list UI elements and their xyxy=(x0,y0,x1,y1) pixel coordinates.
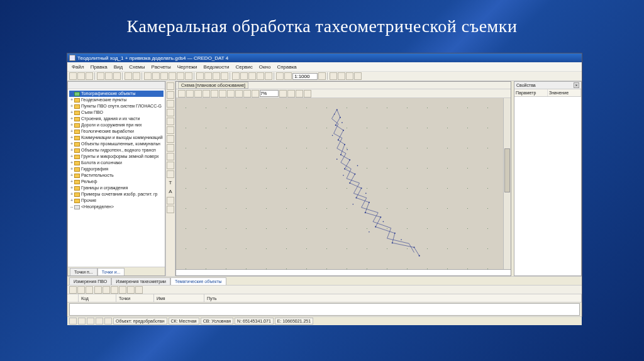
close-icon[interactable]: × xyxy=(574,82,579,88)
tree-item-1[interactable]: +Геодезические пункты xyxy=(69,97,164,103)
ctool-d[interactable] xyxy=(203,90,210,97)
ctool-n[interactable] xyxy=(304,90,311,97)
grid-col-blank[interactable] xyxy=(67,294,79,303)
tab-measurements-tacheo[interactable]: Измерения тахеометрии xyxy=(111,277,170,285)
sb-btn-e[interactable] xyxy=(104,318,112,325)
tree-item-14[interactable]: +Рельеф xyxy=(69,179,164,185)
btool-c[interactable] xyxy=(86,286,93,294)
grid-button[interactable] xyxy=(284,72,292,80)
tab-measurements-pvo[interactable]: Измерения ПВО xyxy=(69,277,111,285)
btool-f[interactable] xyxy=(111,286,118,294)
dropdown-button[interactable] xyxy=(318,72,326,80)
sb-btn-c[interactable] xyxy=(87,318,94,325)
ctool-l[interactable] xyxy=(287,90,295,97)
menu-3[interactable]: Схемы xyxy=(127,64,147,70)
text-tool[interactable]: T xyxy=(169,179,172,187)
undo-button[interactable] xyxy=(125,72,132,80)
vtool-h[interactable] xyxy=(167,162,174,169)
save-button[interactable] xyxy=(86,72,93,80)
menu-1[interactable]: Правка xyxy=(89,64,109,70)
btool-h[interactable] xyxy=(127,286,135,294)
tree-item-11[interactable]: +Болота и солончаки xyxy=(69,160,164,166)
tree-item-12[interactable]: +Гидрография xyxy=(69,166,164,172)
ctool-j[interactable] xyxy=(252,90,259,97)
vtool-f[interactable] xyxy=(167,144,174,152)
vtool-e[interactable] xyxy=(167,135,174,143)
info-button[interactable] xyxy=(167,82,174,90)
arc-tool[interactable]: A xyxy=(169,188,172,196)
ctool-k[interactable] xyxy=(279,90,287,97)
vertical-scrollbar[interactable] xyxy=(503,98,511,269)
ctool-m[interactable] xyxy=(296,90,303,97)
tree-item-3[interactable]: +Съем ПВО xyxy=(69,109,164,116)
vtool-d[interactable] xyxy=(167,126,174,134)
ctool-i[interactable] xyxy=(243,90,251,97)
cut-button[interactable] xyxy=(97,72,104,80)
canvas-tab-scheme[interactable]: Схема [плановое обоснование] xyxy=(178,82,248,89)
zoom-in-button[interactable] xyxy=(232,72,240,80)
menu-6[interactable]: Ведомости xyxy=(202,64,231,70)
tab-points-1[interactable]: Точки п... xyxy=(70,268,97,275)
object-tree[interactable]: -Топографические объекты+Геодезические п… xyxy=(68,89,165,267)
vtool-a[interactable] xyxy=(167,100,174,108)
misc2-button[interactable] xyxy=(338,72,345,80)
menu-2[interactable]: Вид xyxy=(112,64,125,70)
paste-button[interactable] xyxy=(113,72,121,80)
tree-item-2[interactable]: +Пункты ПВО спутн.систем ГЛОНАСС-G xyxy=(69,103,164,109)
sb-btn-b[interactable] xyxy=(78,318,86,325)
zoom-fit-button[interactable] xyxy=(248,72,256,80)
tree-item-6[interactable]: +Геологические выработки xyxy=(69,128,164,135)
zoom-out-button[interactable] xyxy=(240,72,248,80)
tool-d-button[interactable] xyxy=(169,72,176,80)
tree-item-8[interactable]: +Объекты промышленные, коммунальн xyxy=(69,141,164,147)
tool-b-button[interactable] xyxy=(152,72,160,80)
tool-j-button[interactable] xyxy=(221,72,228,80)
pan-button[interactable] xyxy=(257,72,264,80)
btool-e[interactable] xyxy=(103,286,110,294)
tool-h-button[interactable] xyxy=(204,72,212,80)
menu-5[interactable]: Чертежи xyxy=(175,64,199,70)
ctool-c[interactable] xyxy=(194,90,202,97)
layers-button[interactable] xyxy=(276,72,284,80)
ctool-e[interactable] xyxy=(211,90,218,97)
vtool-b[interactable] xyxy=(167,109,174,116)
ctool-b[interactable] xyxy=(186,90,194,97)
tool-a-button[interactable] xyxy=(144,72,152,80)
vtool-j[interactable] xyxy=(167,197,174,204)
tree-item-9[interactable]: +Объекты гидротехн., водного трансп xyxy=(69,147,164,153)
grid-col-code[interactable]: Код xyxy=(79,294,116,303)
tree-item-16[interactable]: +Примеры сочетания изобр. растит. гр xyxy=(69,191,164,197)
tree-item-10[interactable]: +Грунты и микроформы земной поверх xyxy=(69,153,164,160)
tree-item-15[interactable]: +Границы и ограждения xyxy=(69,185,164,191)
tree-item-0[interactable]: -Топографические объекты xyxy=(69,91,164,97)
col-value[interactable]: Значение xyxy=(548,89,581,96)
open-button[interactable] xyxy=(77,72,85,80)
ctool-f[interactable] xyxy=(219,90,226,97)
menu-0[interactable]: Файл xyxy=(70,64,86,70)
grid-col-points[interactable]: Точки xyxy=(116,294,154,303)
btool-b[interactable] xyxy=(77,286,85,294)
tool-i-button[interactable] xyxy=(213,72,220,80)
tool-f-button[interactable] xyxy=(185,72,192,80)
btool-d[interactable] xyxy=(94,286,102,294)
scale-input[interactable] xyxy=(292,73,318,80)
new-button[interactable] xyxy=(69,72,77,80)
vtool-k[interactable] xyxy=(167,206,174,213)
tree-item-5[interactable]: +Дороги и сооружения при них xyxy=(69,122,164,128)
sb-btn-d[interactable] xyxy=(96,318,103,325)
vtool-c[interactable] xyxy=(167,118,174,125)
select-button[interactable] xyxy=(167,91,174,99)
grid-col-path[interactable]: Путь xyxy=(204,294,582,303)
btool-i[interactable] xyxy=(135,286,143,294)
tool-g-button[interactable] xyxy=(196,72,204,80)
copy-button[interactable] xyxy=(105,72,113,80)
tool-e-button[interactable] xyxy=(177,72,184,80)
grid-col-name[interactable]: Имя xyxy=(154,294,204,303)
menu-7[interactable]: Сервис xyxy=(233,64,254,70)
tab-points-2[interactable]: Точки и... xyxy=(97,268,125,275)
btool-g[interactable] xyxy=(119,286,126,294)
titlebar[interactable]: Теодолитный ход_1 + привязка доделать.gd… xyxy=(67,53,582,62)
redo-button[interactable] xyxy=(133,72,140,80)
tab-thematic-objects[interactable]: Тематические объекты xyxy=(170,277,226,285)
menu-9[interactable]: Справка xyxy=(275,64,298,70)
